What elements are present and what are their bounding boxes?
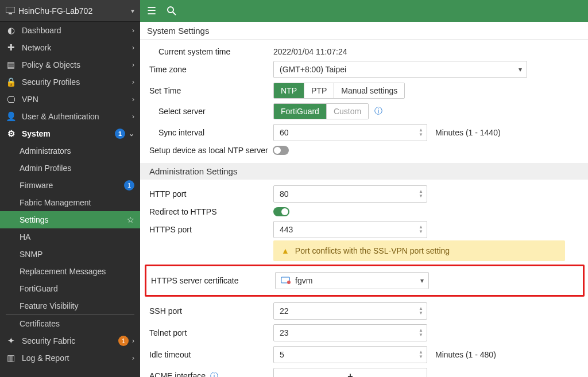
chevron-down-icon	[129, 130, 134, 138]
hostname: HsinChu-FG-Lab702	[18, 0, 92, 22]
svg-point-2	[168, 7, 173, 13]
timezone-dropdown[interactable]: (GMT+8:00) Taipei ▾	[273, 61, 527, 78]
caret-down-icon: ▾	[519, 65, 522, 73]
section-admin-settings: Administration Settings	[140, 163, 588, 180]
label-local-ntp: Setup device as local NTP server	[149, 146, 268, 155]
sidebar-item-log-report[interactable]: ▥Log & Report	[0, 349, 140, 367]
https-cert-dropdown[interactable]: fgvm ▾	[275, 272, 429, 289]
chevron-right-icon	[132, 112, 134, 121]
sidebar-item-user-auth[interactable]: 👤User & Authentication	[0, 108, 140, 125]
svg-rect-0	[6, 7, 15, 13]
page-title: System Settings	[140, 22, 588, 40]
row-ssh-port: SSH port 22 ▲▼	[140, 300, 588, 322]
sidebar-item-system[interactable]: ⚙System 1	[0, 125, 140, 142]
topbar: ☰	[140, 0, 588, 22]
sidebar-sub-feature-visibility[interactable]: Feature Visibility	[0, 297, 140, 314]
caret-down-icon: ▾	[420, 277, 424, 285]
label-select-server: Select server	[158, 107, 273, 116]
sidebar-sub-fortiguard[interactable]: FortiGuard	[0, 280, 140, 297]
label-sync-interval: Sync interval	[158, 128, 273, 137]
label-ssh-port: SSH port	[149, 306, 273, 316]
user-icon: 👤	[6, 111, 16, 122]
info-icon[interactable]: ⓘ	[374, 106, 382, 116]
label-current-time: Current system time	[158, 47, 273, 56]
star-icon[interactable]: ☆	[127, 215, 134, 224]
menu-icon[interactable]: ☰	[147, 5, 156, 17]
spinner-icon[interactable]: ▲▼	[416, 126, 425, 139]
server-custom[interactable]: Custom	[327, 104, 368, 119]
sidebar-sub-firmware[interactable]: Firmware 1	[0, 177, 140, 194]
sidebar-item-policy[interactable]: ▤Policy & Objects	[0, 56, 140, 73]
chevron-right-icon	[132, 61, 134, 69]
label-redirect-https: Redirect to HTTPS	[149, 207, 273, 216]
sidebar-item-vpn[interactable]: 🖵VPN	[0, 91, 140, 108]
fabric-icon: ✦	[6, 336, 16, 346]
sync-interval-input[interactable]: 60 ▲▼	[273, 124, 427, 141]
sidebar-header[interactable]: HsinChu-FG-Lab702 ▾	[0, 0, 140, 22]
row-redirect-https: Redirect to HTTPS	[140, 205, 588, 219]
certificate-icon	[281, 277, 292, 285]
badge-firmware: 1	[124, 180, 134, 191]
row-sync-interval: Sync interval 60 ▲▼ Minutes (1 - 1440)	[140, 122, 588, 143]
gear-icon: ⚙	[6, 129, 16, 139]
search-icon[interactable]	[167, 6, 177, 16]
sidebar-item-security-fabric[interactable]: ✦Security Fabric 1	[0, 332, 140, 349]
row-https-cert: HTTPS server certificate fgvm ▾	[146, 270, 583, 292]
svg-rect-1	[9, 13, 12, 14]
sidebar-sub-administrators[interactable]: Administrators	[0, 142, 140, 160]
row-https-port: HTTPS port 443 ▲▼	[140, 219, 588, 240]
label-https-port: HTTPS port	[149, 225, 273, 234]
idle-timeout-input[interactable]: 5 ▲▼	[273, 346, 427, 363]
vpn-icon: 🖵	[6, 95, 16, 104]
unit-idle: Minutes (1 - 480)	[435, 350, 496, 359]
ssh-port-input[interactable]: 22 ▲▼	[273, 302, 427, 320]
sidebar-sub-ha[interactable]: HA	[0, 228, 140, 246]
spinner-icon[interactable]: ▲▼	[416, 326, 425, 340]
set-time-segmented: NTP PTP Manual settings	[273, 83, 405, 99]
row-idle-timeout: Idle timeout 5 ▲▼ Minutes (1 - 480)	[140, 344, 588, 366]
toggle-redirect-https[interactable]	[273, 207, 289, 216]
https-port-input[interactable]: 443 ▲▼	[273, 221, 427, 238]
toggle-local-ntp[interactable]	[273, 146, 289, 155]
sidebar-sub-admin-profiles[interactable]: Admin Profiles	[0, 160, 140, 177]
label-http-port: HTTP port	[149, 189, 273, 199]
row-select-server: Select server FortiGuard Custom ⓘ	[140, 101, 588, 122]
svg-point-5	[287, 281, 291, 284]
chevron-right-icon	[132, 354, 134, 362]
set-time-manual[interactable]: Manual settings	[334, 83, 404, 98]
label-idle-timeout: Idle timeout	[149, 350, 273, 359]
label-timezone: Time zone	[149, 65, 273, 74]
sidebar-sub-settings[interactable]: Settings ☆	[0, 211, 140, 228]
sidebar-sub-snmp[interactable]: SNMP	[0, 246, 140, 263]
label-https-cert: HTTPS server certificate	[151, 276, 275, 285]
select-server-segmented: FortiGuard Custom	[273, 103, 369, 119]
info-icon[interactable]: ⓘ	[210, 371, 218, 377]
spinner-icon[interactable]: ▲▼	[416, 187, 425, 201]
main: ☰ System Settings Current system time 20…	[140, 0, 588, 377]
chevron-right-icon	[132, 26, 134, 34]
spinner-icon[interactable]: ▲▼	[416, 223, 425, 236]
telnet-port-input[interactable]: 23 ▲▼	[273, 324, 427, 341]
sidebar-sub-certificates[interactable]: Certificates	[0, 315, 140, 332]
http-port-input[interactable]: 80 ▲▼	[273, 185, 427, 203]
spinner-icon[interactable]: ▲▼	[416, 348, 425, 362]
server-fortiguard[interactable]: FortiGuard	[274, 104, 327, 119]
sidebar-sub-replacement-msgs[interactable]: Replacement Messages	[0, 263, 140, 280]
chart-icon: ▥	[6, 353, 16, 363]
content: Current system time 2022/01/04 11:07:24 …	[140, 40, 588, 377]
highlight-cert: HTTPS server certificate fgvm ▾	[145, 265, 585, 297]
spinner-icon[interactable]: ▲▼	[416, 304, 425, 318]
label-set-time: Set Time	[149, 86, 273, 95]
svg-line-3	[173, 12, 176, 15]
row-http-port: HTTP port 80 ▲▼	[140, 183, 588, 205]
set-time-ntp[interactable]: NTP	[274, 83, 304, 98]
acme-add-button[interactable]: +	[273, 368, 427, 377]
sidebar-item-dashboard[interactable]: ◐Dashboard	[0, 22, 140, 39]
set-time-ptp[interactable]: PTP	[304, 83, 334, 98]
label-telnet-port: Telnet port	[149, 328, 273, 337]
row-acme: ACME interface ⓘ +	[140, 366, 588, 377]
sidebar-item-network[interactable]: ✚Network	[0, 39, 140, 56]
sidebar-item-security-profiles[interactable]: 🔒Security Profiles	[0, 73, 140, 91]
sidebar-sub-fabric-mgmt[interactable]: Fabric Management	[0, 194, 140, 211]
caret-down-icon: ▾	[131, 0, 134, 22]
